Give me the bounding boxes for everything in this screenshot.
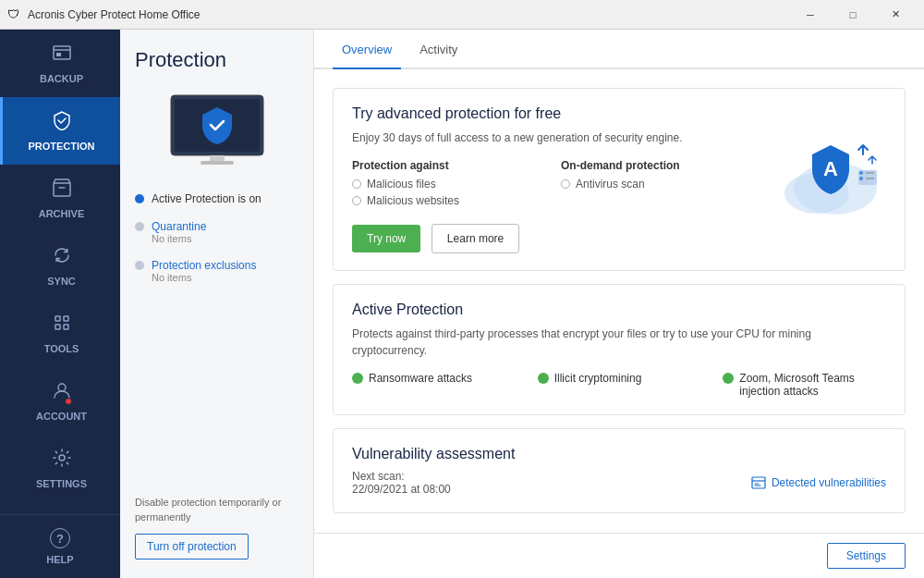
svg-rect-6 (64, 325, 68, 329)
radio-malicious-files (352, 179, 361, 189)
feature-dot-ransomware (352, 373, 363, 384)
close-button[interactable]: ✕ (874, 0, 917, 30)
advanced-card-desc: Enjoy 30 days of full access to a new ge… (352, 129, 751, 146)
tab-activity[interactable]: Activity (410, 30, 467, 69)
radio-malicious-websites (352, 196, 361, 205)
learn-more-button[interactable]: Learn more (432, 224, 519, 253)
svg-rect-5 (55, 325, 60, 329)
window-controls: ─ □ ✕ (789, 0, 917, 30)
sidebar-label-protection: PROTECTION (28, 141, 94, 152)
detected-vulnerabilities-text: Detected vulnerabilities (772, 476, 886, 489)
exclusions-sublabel: No items (152, 272, 256, 283)
next-scan-value: 22/09/2021 at 08:00 (352, 483, 451, 496)
svg-text:A: A (823, 157, 838, 180)
feature-cryptomining: Illicit cryptomining (538, 372, 701, 398)
main-layout: BACKUP PROTECTION ARCHIVE (0, 30, 924, 578)
quarantine-dot (135, 222, 144, 231)
vulnerability-row: Next scan: 22/09/2021 at 08:00 Detected … (352, 470, 886, 496)
help-icon: ? (50, 528, 70, 548)
disable-protection-text: Disable protection temporarily or perman… (135, 496, 298, 524)
sidebar-item-tools[interactable]: TOOLS (0, 300, 120, 367)
sidebar-label-settings: SETTINGS (36, 478, 87, 489)
monitor-graphic (135, 91, 298, 174)
settings-icon (52, 448, 72, 473)
content-area: Protection Active Protection (120, 30, 924, 578)
svg-rect-12 (201, 161, 234, 165)
vulnerability-title: Vulnerability assessment (352, 446, 886, 462)
minimize-button[interactable]: ─ (789, 0, 832, 30)
detected-vulnerabilities-link[interactable]: Detected vulnerabilities (751, 475, 886, 490)
quarantine-item[interactable]: Quarantine No items (135, 220, 298, 244)
sidebar-item-archive[interactable]: ARCHIVE (0, 165, 120, 232)
svg-point-8 (59, 455, 65, 461)
svg-rect-1 (56, 53, 61, 56)
account-icon (52, 380, 72, 405)
feature-dot-cryptomining (538, 373, 549, 384)
svg-rect-4 (64, 316, 68, 321)
tabs: Overview Activity (314, 30, 924, 69)
protection-columns: Protection against Malicious files Malic… (352, 159, 751, 211)
sidebar: BACKUP PROTECTION ARCHIVE (0, 30, 120, 578)
on-demand-col: On-demand protection Antivirus scan (561, 159, 751, 211)
svg-point-18 (859, 177, 863, 180)
page-title: Protection (135, 48, 298, 72)
sync-icon (52, 245, 72, 270)
titlebar: 🛡 Acronis Cyber Protect Home Office ─ □ … (0, 0, 924, 30)
feature-ransomware: Ransomware attacks (352, 372, 516, 398)
prot-malicious-files: Malicious files (352, 178, 542, 191)
app-icon: 🛡 (7, 7, 22, 22)
maximize-button[interactable]: □ (832, 0, 874, 30)
status-dot-active (135, 194, 144, 203)
svg-point-7 (58, 384, 66, 391)
advanced-card-graphic: A (766, 105, 886, 253)
next-scan-label: Next scan: (352, 470, 405, 483)
backup-icon (52, 43, 72, 68)
vulnerabilities-icon (751, 475, 766, 490)
sidebar-item-protection[interactable]: PROTECTION (0, 97, 120, 165)
protection-icon (52, 110, 72, 135)
svg-rect-21 (752, 477, 765, 488)
active-protection-status: Active Protection is on (135, 192, 298, 205)
advanced-protection-card: Try advanced protection for free Enjoy 3… (333, 88, 906, 271)
settings-button[interactable]: Settings (827, 543, 906, 569)
tab-content-overview: Try advanced protection for free Enjoy 3… (314, 69, 924, 533)
tools-icon (52, 313, 72, 338)
vuln-scan-info: Next scan: 22/09/2021 at 08:00 (352, 470, 451, 496)
protection-against-title: Protection against (352, 159, 542, 172)
sidebar-item-settings[interactable]: SETTINGS (0, 435, 120, 502)
svg-rect-2 (54, 183, 70, 196)
sidebar-item-backup[interactable]: BACKUP (0, 30, 120, 97)
svg-rect-11 (210, 155, 225, 161)
try-now-button[interactable]: Try now (352, 225, 420, 252)
protection-features: Ransomware attacks Illicit cryptomining … (352, 372, 886, 398)
app-title: Acronis Cyber Protect Home Office (28, 8, 789, 21)
on-demand-title: On-demand protection (561, 159, 751, 172)
svg-rect-3 (55, 316, 60, 321)
advanced-graphic-svg: A (771, 138, 881, 221)
sidebar-label-account: ACCOUNT (36, 411, 87, 422)
right-panel: Overview Activity Try advanced protectio… (314, 30, 924, 578)
feature-injection: Zoom, Microsoft Teams injection attacks (723, 372, 886, 398)
sidebar-label-sync: SYNC (47, 276, 76, 287)
advanced-card-title: Try advanced protection for free (352, 105, 751, 122)
sidebar-item-sync[interactable]: SYNC (0, 232, 120, 300)
left-panel: Protection Active Protection (120, 30, 314, 578)
archive-icon (52, 178, 72, 203)
vulnerability-card: Vulnerability assessment Next scan: 22/0… (333, 428, 906, 513)
advanced-card-left: Try advanced protection for free Enjoy 3… (352, 105, 751, 253)
sidebar-item-help[interactable]: ? HELP (0, 514, 120, 578)
sidebar-label-tools: TOOLS (44, 343, 79, 354)
feature-dot-injection (723, 373, 734, 384)
tab-overview[interactable]: Overview (333, 30, 401, 69)
active-protection-card: Active Protection Protects against third… (333, 284, 906, 415)
sidebar-label-help: HELP (46, 554, 73, 565)
turn-off-protection-button[interactable]: Turn off protection (135, 534, 249, 560)
svg-rect-0 (54, 46, 70, 59)
exclusions-dot (135, 261, 144, 270)
active-protection-text: Active Protection is on (152, 192, 261, 205)
protection-exclusions-item[interactable]: Protection exclusions No items (135, 259, 298, 283)
exclusions-label: Protection exclusions (152, 259, 256, 272)
active-protection-title: Active Protection (352, 301, 886, 318)
protection-against-col: Protection against Malicious files Malic… (352, 159, 542, 211)
sidebar-item-account[interactable]: ACCOUNT (0, 367, 120, 435)
